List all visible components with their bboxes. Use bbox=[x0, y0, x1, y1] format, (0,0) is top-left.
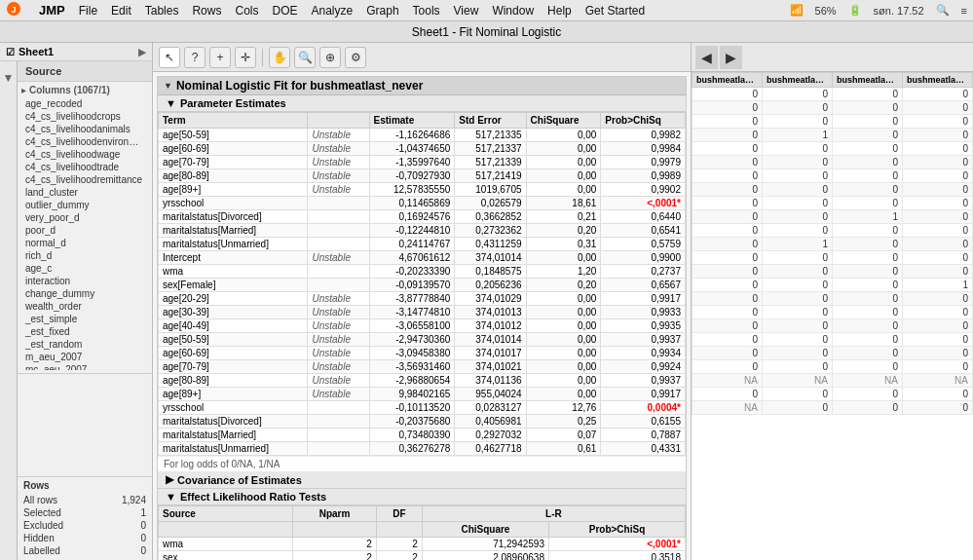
param-prob: 0,9933 bbox=[601, 306, 686, 319]
param-estimate: 0,11465869 bbox=[369, 197, 455, 210]
help-tool[interactable]: ? bbox=[184, 47, 206, 68]
param-prob: 0,9989 bbox=[601, 169, 686, 183]
app-name: JMP bbox=[39, 3, 65, 18]
param-term: age[89+] bbox=[159, 388, 308, 401]
menu-window[interactable]: Window bbox=[492, 4, 534, 18]
right-data-cell: 0 bbox=[763, 401, 833, 415]
main-title: Nominal Logistic Fit for bushmeatlast_ne… bbox=[176, 79, 423, 93]
hamburger-icon[interactable]: ≡ bbox=[961, 5, 967, 17]
right-data-cell: 0 bbox=[692, 360, 763, 374]
param-stderr: 374,01013 bbox=[455, 306, 526, 319]
right-data-cell: 0 bbox=[833, 88, 903, 101]
right-data-cell: 0 bbox=[692, 319, 763, 333]
lr-df: 2 bbox=[376, 538, 422, 551]
param-status bbox=[308, 265, 369, 279]
right-data-row: 0000 bbox=[692, 360, 973, 374]
column-item: m_aeu_2007 bbox=[21, 351, 148, 363]
hand-tool[interactable]: ✋ bbox=[269, 47, 290, 68]
param-term: age[70-79] bbox=[159, 360, 308, 374]
right-panel-left-arrow[interactable]: ◀ bbox=[695, 46, 718, 69]
menu-file[interactable]: File bbox=[79, 4, 97, 18]
menu-doe[interactable]: DOE bbox=[272, 4, 297, 18]
search-icon[interactable]: 🔍 bbox=[936, 4, 950, 17]
magnify-tool[interactable]: ⊕ bbox=[319, 47, 341, 68]
right-data-cell: 0 bbox=[763, 88, 833, 101]
right-data-cell: 0 bbox=[692, 156, 763, 169]
right-data-cell: 1 bbox=[763, 238, 833, 251]
param-status bbox=[308, 429, 369, 442]
right-data-cell: 0 bbox=[763, 169, 833, 183]
cursor-tool[interactable]: ↖ bbox=[159, 47, 180, 68]
settings-tool[interactable]: ⚙ bbox=[345, 47, 366, 68]
right-data-cell: 0 bbox=[763, 251, 833, 265]
right-data-cell: NA bbox=[692, 374, 763, 388]
param-status: Unstable bbox=[308, 183, 369, 197]
param-estimate: -0,20375680 bbox=[369, 415, 455, 429]
menu-view[interactable]: View bbox=[454, 4, 479, 18]
right-panel-right-arrow[interactable]: ▶ bbox=[720, 46, 742, 69]
param-status: Unstable bbox=[308, 156, 369, 169]
zoom-tool[interactable]: 🔍 bbox=[294, 47, 316, 68]
param-row: maritalstatus[Unmarried] 0,36276278 0,46… bbox=[159, 442, 686, 456]
right-data-cell: 0 bbox=[903, 360, 973, 374]
right-data-cell: 0 bbox=[833, 401, 903, 415]
param-chisq: 0,25 bbox=[526, 415, 601, 429]
right-data-cell: 0 bbox=[833, 319, 903, 333]
main-title-bar: ▼ Nominal Logistic Fit for bushmeatlast_… bbox=[158, 77, 686, 95]
param-status: Unstable bbox=[308, 319, 369, 333]
param-row: maritalstatus[Unmarried] 0,24114767 0,43… bbox=[159, 238, 686, 251]
param-stderr: 0,2056236 bbox=[455, 279, 526, 292]
param-status: Unstable bbox=[308, 292, 369, 306]
sheet-header[interactable]: ☑ Sheet1 ▶ bbox=[0, 43, 152, 61]
param-estimate: 4,67061612 bbox=[369, 251, 455, 265]
col-stderr: Std Error bbox=[455, 113, 526, 129]
cov-expand-icon[interactable]: ▶ bbox=[166, 473, 173, 486]
right-data-cell: 0 bbox=[903, 210, 973, 224]
param-term: age[70-79] bbox=[159, 156, 308, 169]
right-data-cell: 0 bbox=[692, 265, 763, 279]
param-footnote: For log odds of 0/NA, 1/NA bbox=[158, 456, 686, 471]
menu-graph[interactable]: Graph bbox=[366, 4, 398, 18]
columns-header: Columns (1067/1) bbox=[29, 85, 110, 95]
sheet-arrow[interactable]: ▶ bbox=[138, 47, 146, 57]
param-stderr: 374,01021 bbox=[455, 360, 526, 374]
menu-help[interactable]: Help bbox=[547, 4, 572, 18]
menu-rows[interactable]: Rows bbox=[192, 4, 221, 18]
effect-title: Effect Likelihood Ratio Tests bbox=[180, 491, 326, 503]
right-data-cell: 0 bbox=[903, 347, 973, 360]
param-table: Term Estimate Std Error ChiSquare Prob>C… bbox=[158, 112, 686, 456]
right-data-cell: 0 bbox=[833, 169, 903, 183]
nav-down-arrow[interactable]: ▼ bbox=[1, 69, 17, 87]
right-data-cell: 0 bbox=[833, 224, 903, 238]
right-data-cell: 0 bbox=[833, 238, 903, 251]
param-estimate: -2,94730360 bbox=[369, 333, 455, 347]
param-term: Intercept bbox=[159, 251, 308, 265]
covariance-section: ▶ Covariance of Estimates bbox=[158, 471, 686, 489]
effect-expand-icon[interactable]: ▼ bbox=[166, 491, 176, 503]
cross-tool[interactable]: ✛ bbox=[235, 47, 256, 68]
column-item: c4_cs_livelihoodcrops bbox=[21, 110, 148, 123]
right-data-row: 0000 bbox=[692, 101, 973, 115]
right-data-row: 0000 bbox=[692, 88, 973, 101]
menu-analyze[interactable]: Analyze bbox=[312, 4, 354, 18]
menu-get-started[interactable]: Get Started bbox=[585, 4, 645, 18]
col-status bbox=[308, 113, 369, 129]
sheet-expand-checkbox[interactable]: ☑ bbox=[6, 47, 15, 57]
column-item: c4_cs_livelihoodremittance bbox=[21, 173, 148, 186]
param-row: maritalstatus[Divorced] -0,20375680 0,40… bbox=[159, 415, 686, 429]
right-data-cell: 0 bbox=[903, 169, 973, 183]
menu-tables[interactable]: Tables bbox=[145, 4, 179, 18]
menu-cols[interactable]: Cols bbox=[235, 4, 258, 18]
add-tool[interactable]: + bbox=[209, 47, 231, 68]
columns-expand[interactable]: ▸ bbox=[21, 85, 26, 95]
right-data-cell: 0 bbox=[763, 306, 833, 319]
menu-tools[interactable]: Tools bbox=[413, 4, 440, 18]
right-data-cell: 1 bbox=[833, 210, 903, 224]
param-collapse-icon[interactable]: ▼ bbox=[166, 97, 176, 109]
param-stderr: 0,4056981 bbox=[455, 415, 526, 429]
lr-nparm: 2 bbox=[293, 538, 377, 551]
lr-col-prob: Prob>ChiSq bbox=[548, 522, 685, 538]
svg-text:J: J bbox=[11, 5, 16, 15]
main-collapse-icon[interactable]: ▼ bbox=[164, 81, 172, 91]
menu-edit[interactable]: Edit bbox=[111, 4, 131, 18]
